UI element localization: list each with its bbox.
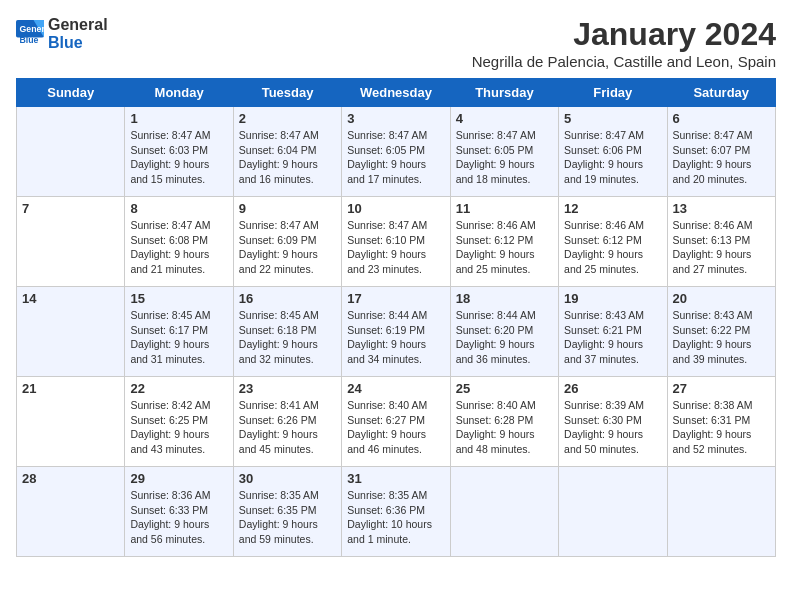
table-row: 30Sunrise: 8:35 AMSunset: 6:35 PMDayligh…: [233, 467, 341, 557]
col-tuesday: Tuesday: [233, 79, 341, 107]
cell-content: Sunrise: 8:35 AMSunset: 6:35 PMDaylight:…: [239, 488, 336, 547]
day-number: 30: [239, 471, 336, 486]
table-row: [450, 467, 558, 557]
calendar-row: 1Sunrise: 8:47 AMSunset: 6:03 PMDaylight…: [17, 107, 776, 197]
day-number: 2: [239, 111, 336, 126]
logo-blue: Blue: [48, 34, 108, 52]
day-number: 3: [347, 111, 444, 126]
table-row: 6Sunrise: 8:47 AMSunset: 6:07 PMDaylight…: [667, 107, 775, 197]
cell-content: Sunrise: 8:47 AMSunset: 6:04 PMDaylight:…: [239, 128, 336, 187]
table-row: 24Sunrise: 8:40 AMSunset: 6:27 PMDayligh…: [342, 377, 450, 467]
day-number: 13: [673, 201, 770, 216]
table-row: 2Sunrise: 8:47 AMSunset: 6:04 PMDaylight…: [233, 107, 341, 197]
day-number: 14: [22, 291, 119, 306]
day-number: 25: [456, 381, 553, 396]
table-row: 15Sunrise: 8:45 AMSunset: 6:17 PMDayligh…: [125, 287, 233, 377]
svg-text:Blue: Blue: [20, 34, 39, 44]
table-row: 18Sunrise: 8:44 AMSunset: 6:20 PMDayligh…: [450, 287, 558, 377]
calendar-row: 2122Sunrise: 8:42 AMSunset: 6:25 PMDayli…: [17, 377, 776, 467]
location-title: Negrilla de Palencia, Castille and Leon,…: [472, 53, 776, 70]
cell-content: Sunrise: 8:40 AMSunset: 6:28 PMDaylight:…: [456, 398, 553, 457]
day-number: 31: [347, 471, 444, 486]
table-row: 7: [17, 197, 125, 287]
cell-content: Sunrise: 8:44 AMSunset: 6:19 PMDaylight:…: [347, 308, 444, 367]
day-number: 11: [456, 201, 553, 216]
cell-content: Sunrise: 8:43 AMSunset: 6:21 PMDaylight:…: [564, 308, 661, 367]
title-block: January 2024 Negrilla de Palencia, Casti…: [472, 16, 776, 70]
cell-content: Sunrise: 8:47 AMSunset: 6:03 PMDaylight:…: [130, 128, 227, 187]
day-number: 26: [564, 381, 661, 396]
cell-content: Sunrise: 8:39 AMSunset: 6:30 PMDaylight:…: [564, 398, 661, 457]
calendar-header-row: Sunday Monday Tuesday Wednesday Thursday…: [17, 79, 776, 107]
calendar-row: 2829Sunrise: 8:36 AMSunset: 6:33 PMDayli…: [17, 467, 776, 557]
day-number: 7: [22, 201, 119, 216]
table-row: 31Sunrise: 8:35 AMSunset: 6:36 PMDayligh…: [342, 467, 450, 557]
day-number: 20: [673, 291, 770, 306]
cell-content: Sunrise: 8:35 AMSunset: 6:36 PMDaylight:…: [347, 488, 444, 547]
calendar-row: 78Sunrise: 8:47 AMSunset: 6:08 PMDayligh…: [17, 197, 776, 287]
col-saturday: Saturday: [667, 79, 775, 107]
table-row: [17, 107, 125, 197]
page-header: General Blue General Blue January 2024 N…: [16, 16, 776, 70]
cell-content: Sunrise: 8:46 AMSunset: 6:12 PMDaylight:…: [564, 218, 661, 277]
col-monday: Monday: [125, 79, 233, 107]
day-number: 6: [673, 111, 770, 126]
day-number: 29: [130, 471, 227, 486]
table-row: 3Sunrise: 8:47 AMSunset: 6:05 PMDaylight…: [342, 107, 450, 197]
cell-content: Sunrise: 8:46 AMSunset: 6:13 PMDaylight:…: [673, 218, 770, 277]
calendar-table: Sunday Monday Tuesday Wednesday Thursday…: [16, 78, 776, 557]
table-row: 11Sunrise: 8:46 AMSunset: 6:12 PMDayligh…: [450, 197, 558, 287]
cell-content: Sunrise: 8:47 AMSunset: 6:05 PMDaylight:…: [347, 128, 444, 187]
day-number: 1: [130, 111, 227, 126]
day-number: 28: [22, 471, 119, 486]
table-row: 5Sunrise: 8:47 AMSunset: 6:06 PMDaylight…: [559, 107, 667, 197]
table-row: 23Sunrise: 8:41 AMSunset: 6:26 PMDayligh…: [233, 377, 341, 467]
table-row: 22Sunrise: 8:42 AMSunset: 6:25 PMDayligh…: [125, 377, 233, 467]
day-number: 12: [564, 201, 661, 216]
logo-general: General: [48, 16, 108, 34]
table-row: 17Sunrise: 8:44 AMSunset: 6:19 PMDayligh…: [342, 287, 450, 377]
cell-content: Sunrise: 8:46 AMSunset: 6:12 PMDaylight:…: [456, 218, 553, 277]
table-row: 16Sunrise: 8:45 AMSunset: 6:18 PMDayligh…: [233, 287, 341, 377]
table-row: [667, 467, 775, 557]
table-row: 21: [17, 377, 125, 467]
table-row: 4Sunrise: 8:47 AMSunset: 6:05 PMDaylight…: [450, 107, 558, 197]
cell-content: Sunrise: 8:47 AMSunset: 6:09 PMDaylight:…: [239, 218, 336, 277]
day-number: 27: [673, 381, 770, 396]
cell-content: Sunrise: 8:47 AMSunset: 6:06 PMDaylight:…: [564, 128, 661, 187]
calendar-row: 1415Sunrise: 8:45 AMSunset: 6:17 PMDayli…: [17, 287, 776, 377]
day-number: 15: [130, 291, 227, 306]
cell-content: Sunrise: 8:47 AMSunset: 6:10 PMDaylight:…: [347, 218, 444, 277]
col-sunday: Sunday: [17, 79, 125, 107]
table-row: 20Sunrise: 8:43 AMSunset: 6:22 PMDayligh…: [667, 287, 775, 377]
svg-text:General: General: [20, 24, 45, 34]
table-row: 9Sunrise: 8:47 AMSunset: 6:09 PMDaylight…: [233, 197, 341, 287]
table-row: 10Sunrise: 8:47 AMSunset: 6:10 PMDayligh…: [342, 197, 450, 287]
table-row: 26Sunrise: 8:39 AMSunset: 6:30 PMDayligh…: [559, 377, 667, 467]
cell-content: Sunrise: 8:47 AMSunset: 6:07 PMDaylight:…: [673, 128, 770, 187]
table-row: 13Sunrise: 8:46 AMSunset: 6:13 PMDayligh…: [667, 197, 775, 287]
day-number: 18: [456, 291, 553, 306]
table-row: 27Sunrise: 8:38 AMSunset: 6:31 PMDayligh…: [667, 377, 775, 467]
cell-content: Sunrise: 8:47 AMSunset: 6:08 PMDaylight:…: [130, 218, 227, 277]
cell-content: Sunrise: 8:43 AMSunset: 6:22 PMDaylight:…: [673, 308, 770, 367]
cell-content: Sunrise: 8:41 AMSunset: 6:26 PMDaylight:…: [239, 398, 336, 457]
day-number: 23: [239, 381, 336, 396]
day-number: 5: [564, 111, 661, 126]
day-number: 8: [130, 201, 227, 216]
table-row: 8Sunrise: 8:47 AMSunset: 6:08 PMDaylight…: [125, 197, 233, 287]
table-row: 25Sunrise: 8:40 AMSunset: 6:28 PMDayligh…: [450, 377, 558, 467]
table-row: 14: [17, 287, 125, 377]
cell-content: Sunrise: 8:45 AMSunset: 6:18 PMDaylight:…: [239, 308, 336, 367]
day-number: 4: [456, 111, 553, 126]
table-row: [559, 467, 667, 557]
day-number: 21: [22, 381, 119, 396]
day-number: 9: [239, 201, 336, 216]
cell-content: Sunrise: 8:44 AMSunset: 6:20 PMDaylight:…: [456, 308, 553, 367]
day-number: 10: [347, 201, 444, 216]
cell-content: Sunrise: 8:38 AMSunset: 6:31 PMDaylight:…: [673, 398, 770, 457]
logo-icon: General Blue: [16, 20, 44, 48]
day-number: 24: [347, 381, 444, 396]
cell-content: Sunrise: 8:36 AMSunset: 6:33 PMDaylight:…: [130, 488, 227, 547]
cell-content: Sunrise: 8:45 AMSunset: 6:17 PMDaylight:…: [130, 308, 227, 367]
